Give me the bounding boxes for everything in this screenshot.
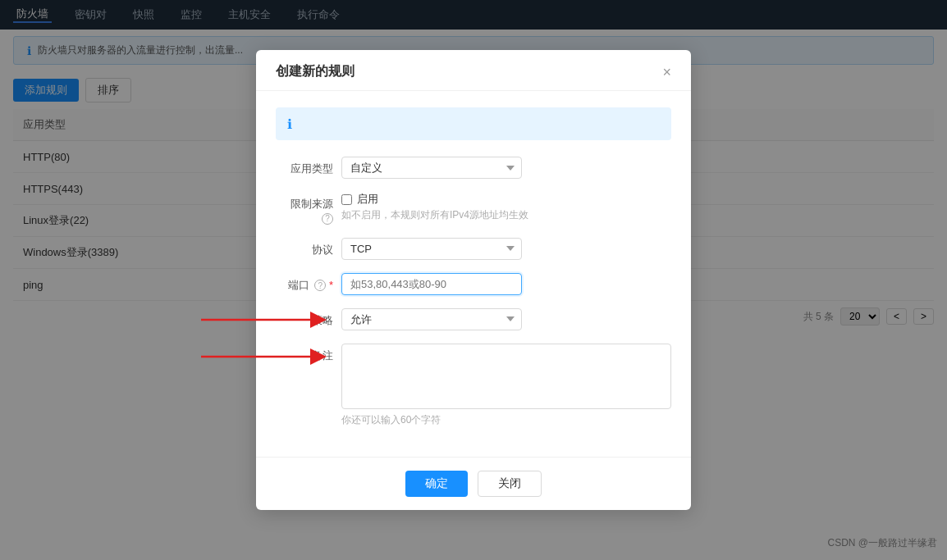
dialog-close-button[interactable]: × (662, 65, 671, 80)
note-textarea[interactable] (341, 344, 671, 409)
protocol-label: 协议 (276, 238, 341, 257)
protocol-content: TCPUDPICMP (341, 238, 671, 260)
port-label: 端口 ? * (276, 273, 341, 293)
policy-select[interactable]: 允许拒绝 (341, 308, 522, 330)
limit-source-checkbox[interactable] (341, 194, 352, 205)
form-row-protocol: 协议 TCPUDPICMP (276, 238, 671, 260)
modal-overlay: 创建新的规则 × ℹ 应用类型 自定义HTTP(80)HTTPS(443)Lin… (0, 0, 947, 560)
notice-box: ℹ (276, 107, 671, 140)
dialog: 创建新的规则 × ℹ 应用类型 自定义HTTP(80)HTTPS(443)Lin… (256, 50, 691, 510)
note-content: 你还可以输入60个字符 (341, 344, 671, 427)
notice-icon: ℹ (287, 116, 292, 132)
form-row-policy: 策略 允许拒绝 (276, 308, 671, 330)
dialog-header: 创建新的规则 × (256, 50, 691, 91)
port-required-mark: * (329, 279, 333, 291)
port-help-icon[interactable]: ? (314, 280, 326, 291)
close-button[interactable]: 关闭 (478, 471, 542, 497)
form-row-app-type: 应用类型 自定义HTTP(80)HTTPS(443)Linux登录(22)Win… (276, 157, 671, 179)
port-input[interactable] (341, 273, 522, 295)
limit-source-hint: 如不启用，本规则对所有IPv4源地址均生效 (341, 208, 671, 222)
dialog-footer: 确定 关闭 (256, 457, 691, 510)
confirm-button[interactable]: 确定 (405, 471, 468, 497)
limit-source-content: 启用 如不启用，本规则对所有IPv4源地址均生效 (341, 192, 671, 222)
note-label: 备注 (276, 344, 341, 363)
limit-source-checkbox-label[interactable]: 启用 (357, 192, 378, 207)
form-row-limit-source: 限制来源 ? 启用 如不启用，本规则对所有IPv4源地址均生效 (276, 192, 671, 225)
app-type-select[interactable]: 自定义HTTP(80)HTTPS(443)Linux登录(22)Windows登… (341, 157, 522, 179)
protocol-select[interactable]: TCPUDPICMP (341, 238, 522, 260)
app-type-label: 应用类型 (276, 157, 341, 176)
port-content (341, 273, 671, 295)
policy-label: 策略 (276, 308, 341, 328)
note-hint: 你还可以输入60个字符 (341, 413, 671, 427)
limit-source-help-icon[interactable]: ? (322, 213, 333, 225)
app-type-content: 自定义HTTP(80)HTTPS(443)Linux登录(22)Windows登… (341, 157, 671, 179)
dialog-title: 创建新的规则 (276, 63, 355, 80)
limit-source-label: 限制来源 ? (276, 192, 341, 225)
form-row-note: 备注 你还可以输入60个字符 (276, 344, 671, 427)
policy-content: 允许拒绝 (341, 308, 671, 330)
form-row-port: 端口 ? * (276, 273, 671, 295)
dialog-body: ℹ 应用类型 自定义HTTP(80)HTTPS(443)Linux登录(22)W… (256, 91, 691, 457)
